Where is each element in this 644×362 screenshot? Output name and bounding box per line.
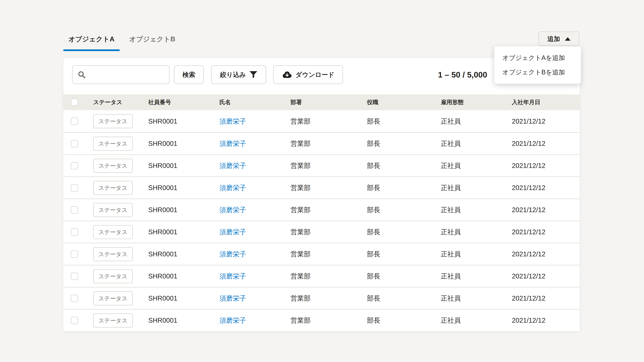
employee-name-link[interactable]: 須磨栄子 bbox=[219, 183, 246, 192]
column-header-employee-id: 社員番号 bbox=[142, 98, 213, 106]
row-checkbox[interactable] bbox=[71, 250, 78, 258]
department-cell: 営業部 bbox=[284, 294, 360, 303]
result-count: 1 – 50 / 5,000 bbox=[438, 70, 487, 79]
name-cell: 須磨栄子 bbox=[213, 161, 284, 170]
status-badge: ステータス bbox=[93, 247, 133, 261]
name-cell: 須磨栄子 bbox=[213, 294, 284, 303]
filter-button-label: 絞り込み bbox=[220, 70, 246, 79]
position-cell: 部長 bbox=[360, 117, 434, 126]
employee-name-link[interactable]: 須磨栄子 bbox=[219, 294, 246, 303]
funnel-icon bbox=[250, 71, 257, 78]
hire-date-cell: 2021/12/12 bbox=[506, 272, 580, 280]
table-row: ステータス SHR0001 須磨栄子 営業部 部長 正社員 2021/12/12 bbox=[64, 309, 580, 331]
employee-name-link[interactable]: 須磨栄子 bbox=[219, 161, 246, 170]
employee-id-cell: SHR0001 bbox=[142, 250, 213, 258]
menu-item-add-object-b[interactable]: オブジェクトBを追加 bbox=[494, 65, 581, 79]
add-button[interactable]: 追加 bbox=[538, 31, 580, 46]
row-checkbox-cell bbox=[64, 250, 87, 258]
employee-name-link[interactable]: 須磨栄子 bbox=[219, 205, 246, 214]
position-cell: 部長 bbox=[360, 227, 434, 237]
row-checkbox-cell bbox=[64, 184, 87, 191]
employee-id-cell: SHR0001 bbox=[142, 184, 213, 191]
tab-object-a[interactable]: オブジェクトA bbox=[64, 34, 120, 51]
status-badge: ステータス bbox=[93, 225, 133, 239]
search-box[interactable] bbox=[72, 65, 170, 84]
row-checkbox[interactable] bbox=[71, 184, 78, 191]
status-badge: ステータス bbox=[93, 269, 133, 283]
add-dropdown-menu: オブジェクトAを追加 オブジェクトBを追加 bbox=[494, 46, 581, 84]
employment-type-cell: 正社員 bbox=[434, 294, 506, 303]
status-badge: ステータス bbox=[93, 181, 133, 195]
employment-type-cell: 正社員 bbox=[434, 227, 506, 237]
search-icon bbox=[78, 71, 86, 79]
table-row: ステータス SHR0001 須磨栄子 営業部 部長 正社員 2021/12/12 bbox=[64, 221, 580, 243]
employee-id-cell: SHR0001 bbox=[142, 317, 213, 324]
add-button-label: 追加 bbox=[548, 35, 560, 43]
row-checkbox[interactable] bbox=[71, 228, 78, 236]
row-checkbox[interactable] bbox=[71, 273, 78, 280]
row-checkbox[interactable] bbox=[71, 317, 78, 324]
employee-name-link[interactable]: 須磨栄子 bbox=[219, 316, 246, 325]
filter-button[interactable]: 絞り込み bbox=[211, 65, 266, 84]
search-input[interactable] bbox=[89, 71, 166, 79]
department-cell: 営業部 bbox=[284, 161, 360, 170]
department-cell: 営業部 bbox=[284, 205, 360, 214]
department-cell: 営業部 bbox=[284, 227, 360, 237]
row-checkbox-cell bbox=[64, 228, 87, 236]
column-header-position: 役職 bbox=[360, 98, 434, 106]
department-cell: 営業部 bbox=[284, 117, 360, 126]
tab-object-b[interactable]: オブジェクトB bbox=[124, 34, 180, 51]
menu-item-add-object-a[interactable]: オブジェクトAを追加 bbox=[494, 51, 581, 65]
position-cell: 部長 bbox=[360, 272, 434, 281]
hire-date-cell: 2021/12/12 bbox=[506, 250, 580, 258]
employee-name-link[interactable]: 須磨栄子 bbox=[219, 249, 246, 259]
column-header-name: 氏名 bbox=[213, 98, 284, 106]
hire-date-cell: 2021/12/12 bbox=[506, 162, 580, 170]
name-cell: 須磨栄子 bbox=[213, 272, 284, 281]
employee-id-cell: SHR0001 bbox=[142, 118, 213, 125]
employee-id-cell: SHR0001 bbox=[142, 228, 213, 236]
name-cell: 須磨栄子 bbox=[213, 139, 284, 148]
row-checkbox[interactable] bbox=[71, 140, 78, 147]
hire-date-cell: 2021/12/12 bbox=[506, 206, 580, 214]
row-checkbox[interactable] bbox=[71, 162, 78, 170]
employee-name-link[interactable]: 須磨栄子 bbox=[219, 272, 246, 281]
employment-type-cell: 正社員 bbox=[434, 183, 506, 192]
status-badge: ステータス bbox=[93, 291, 133, 305]
position-cell: 部長 bbox=[360, 205, 434, 214]
row-checkbox-cell bbox=[64, 140, 87, 147]
table-row: ステータス SHR0001 須磨栄子 営業部 部長 正社員 2021/12/12 bbox=[64, 132, 580, 154]
download-button[interactable]: ダウンロード bbox=[273, 65, 343, 84]
search-button[interactable]: 検索 bbox=[174, 65, 204, 84]
status-cell: ステータス bbox=[87, 314, 142, 328]
hire-date-cell: 2021/12/12 bbox=[506, 140, 580, 147]
status-badge: ステータス bbox=[93, 203, 133, 217]
employment-type-cell: 正社員 bbox=[434, 117, 506, 126]
row-checkbox-cell bbox=[64, 118, 87, 125]
employee-table: ステータス 社員番号 氏名 部署 役職 雇用形態 入社年月日 ステータス SHR… bbox=[64, 94, 580, 331]
employee-name-link[interactable]: 須磨栄子 bbox=[219, 117, 246, 126]
select-all-checkbox[interactable] bbox=[71, 99, 78, 106]
position-cell: 部長 bbox=[360, 316, 434, 325]
status-cell: ステータス bbox=[87, 137, 142, 151]
employee-id-cell: SHR0001 bbox=[142, 206, 213, 214]
row-checkbox[interactable] bbox=[71, 295, 78, 302]
employee-name-link[interactable]: 須磨栄子 bbox=[219, 227, 246, 237]
table-header-row: ステータス 社員番号 氏名 部署 役職 雇用形態 入社年月日 bbox=[64, 94, 580, 110]
name-cell: 須磨栄子 bbox=[213, 227, 284, 237]
position-cell: 部長 bbox=[360, 294, 434, 303]
employee-id-cell: SHR0001 bbox=[142, 295, 213, 302]
employee-id-cell: SHR0001 bbox=[142, 140, 213, 147]
department-cell: 営業部 bbox=[284, 272, 360, 281]
row-checkbox-cell bbox=[64, 295, 87, 302]
employee-name-link[interactable]: 須磨栄子 bbox=[219, 139, 246, 148]
row-checkbox-cell bbox=[64, 162, 87, 170]
table-row: ステータス SHR0001 須磨栄子 営業部 部長 正社員 2021/12/12 bbox=[64, 265, 580, 287]
row-checkbox-cell bbox=[64, 317, 87, 324]
row-checkbox[interactable] bbox=[71, 118, 78, 125]
position-cell: 部長 bbox=[360, 161, 434, 170]
status-cell: ステータス bbox=[87, 269, 142, 283]
row-checkbox[interactable] bbox=[71, 206, 78, 214]
status-cell: ステータス bbox=[87, 291, 142, 305]
status-badge: ステータス bbox=[93, 137, 133, 151]
